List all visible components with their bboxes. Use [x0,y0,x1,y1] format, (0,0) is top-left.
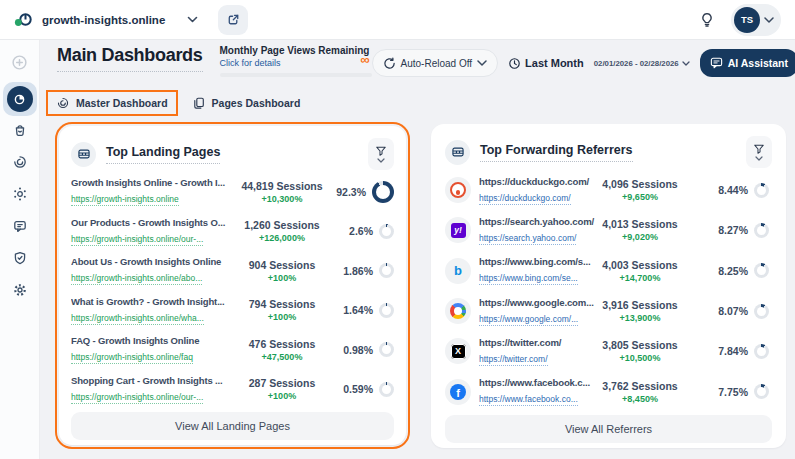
sidebar-item-chat[interactable] [4,212,36,240]
row-title[interactable]: https://twitter.com/ [479,337,599,348]
sidebar-item-security[interactable] [4,244,36,272]
site-name: growth-insights.online [42,14,165,26]
site-switcher[interactable]: growth-insights.online [14,11,198,29]
date-range-label: 02/01/2026 - 02/28/2026 [594,59,679,68]
period-selector[interactable]: Last Month [508,57,584,70]
row-url[interactable]: https://growth-insights.online/our-... [71,392,203,404]
row-title[interactable]: What is Growth? - Growth Insight... [71,296,234,307]
row-title[interactable]: About Us - Growth Insights Online [71,256,234,267]
tab-master-dashboard[interactable]: Master Dashboard [56,96,168,110]
progress-donut [379,303,394,318]
date-range[interactable]: 02/01/2026 - 02/28/2026 [594,59,690,68]
row-title[interactable]: https://search.yahoo.com/ [479,216,599,227]
progress-donut [754,183,769,198]
table-row: fhttps://www.facebook.c...https://www.fa… [445,372,772,412]
sidebar-item-store[interactable] [4,116,36,144]
sessions-value: 794 Sessions [234,298,330,310]
table-row: https://www.google.com...https://www.goo… [445,291,772,331]
percent-value: 8.07% [718,305,748,317]
row-url[interactable]: https://twitter.com/ [479,354,548,366]
twitter-x-icon: X [451,344,466,359]
row-title[interactable]: Our Products - Growth Insights O... [71,217,234,228]
row-url[interactable]: https://duckduckgo.com/ [479,193,571,205]
row-url[interactable]: https://www.bing.com/se... [479,273,578,285]
yahoo-icon: y! [451,223,466,238]
sidebar-item-add-dashboard[interactable] [4,48,36,76]
row-url[interactable]: https://growth-insights.online/faq [71,352,193,364]
table-icon [445,140,470,165]
table-row: About Us - Growth Insights Onlinehttps:/… [71,251,394,291]
filter-button[interactable] [746,136,772,168]
quota-label: Monthly Page Views Remaining [220,45,372,56]
sidebar-item-dashboards[interactable] [3,82,37,116]
facebook-icon: f [450,384,466,400]
row-url[interactable]: https://www.facebook.co... [479,394,578,406]
chevron-down-icon [187,16,198,23]
user-menu[interactable]: TS [731,4,781,36]
row-title[interactable]: Shopping Cart - Growth Insights ... [71,375,234,386]
ai-assistant-button[interactable]: AI Assistant [700,49,795,77]
row-title[interactable]: https://www.google.com... [479,297,599,308]
sidebar-item-gauge[interactable] [4,148,36,176]
period-label: Last Month [525,57,584,69]
row-url[interactable]: https://search.yahoo.com/ [479,233,576,245]
percent-value: 8.44% [718,184,748,196]
progress-donut [372,181,394,203]
auto-reload-dropdown[interactable]: Auto-Reload Off [372,49,499,77]
row-title[interactable]: FAQ - Growth Insights Online [71,335,234,346]
card-title: Top Forwarding Referrers [480,143,633,162]
row-url[interactable]: https://growth-insights.online [71,194,179,206]
sidebar-item-settings[interactable] [4,276,36,304]
chevron-down-icon [755,156,763,161]
row-title[interactable]: https://duckduckgo.com/ [479,176,599,187]
sessions-value: 476 Sessions [234,338,330,350]
quota-details-link[interactable]: Click for details [220,58,372,68]
pages-icon [192,96,206,110]
page-title: Main Dashboards [57,45,203,72]
infinity-symbol: ∞ [360,53,369,66]
sessions-value: 287 Sessions [234,377,330,389]
progress-donut [754,344,769,359]
sessions-value: 3,805 Sessions [599,339,681,351]
tab-pages-dashboard[interactable]: Pages Dashboard [192,96,301,110]
sessions-value: 4,096 Sessions [599,178,681,190]
percent-value: 8.25% [718,265,748,277]
percent-value: 92.3% [336,186,366,198]
table-row: What is Growth? - Growth Insight...https… [71,291,394,331]
table-row: FAQ - Growth Insights Onlinehttps://grow… [71,330,394,370]
table-row: Shopping Cart - Growth Insights ...https… [71,370,394,410]
percent-value: 0.98% [343,344,373,356]
sidebar-item-automation[interactable] [4,180,36,208]
favicon-badge: X [445,338,471,364]
row-url[interactable]: https://growth-insights.online/our-... [71,234,203,246]
view-all-referrers-button[interactable]: View All Referrers [445,415,772,443]
sessions-change: +14,700% [599,273,681,283]
percent-value: 0.59% [343,383,373,395]
lightbulb-icon[interactable] [699,11,715,28]
row-title[interactable]: Growth Insights Online - Growth I... [71,177,234,188]
row-title[interactable]: https://www.facebook.c... [479,377,599,388]
row-url[interactable]: https://growth-insights.online/abo... [71,273,202,285]
app-logo-icon [14,11,33,29]
gauge-icon [56,96,70,110]
filter-button[interactable] [368,138,394,170]
annotation-box-landing-card: Top Landing Pages Growth Insights Online… [55,122,410,449]
chevron-down-icon [477,60,487,66]
favicon-badge [445,298,471,324]
top-forwarding-referrers-card: Top Forwarding Referrers https://duckduc… [431,124,786,448]
row-title[interactable]: https://www.bing.com/s... [479,256,599,267]
row-url[interactable]: https://growth-insights.online/wha... [71,313,204,325]
progress-donut [379,263,394,278]
row-url[interactable]: https://www.google.com/... [479,314,578,326]
table-row: Xhttps://twitter.com/https://twitter.com… [445,331,772,371]
open-site-button[interactable] [218,5,248,35]
quota-widget[interactable]: Monthly Page Views Remaining Click for d… [220,45,372,77]
sessions-value: 4,013 Sessions [599,218,681,230]
annotation-box-master-dashboard: Master Dashboard [46,90,178,116]
progress-donut [754,263,769,278]
view-all-landing-pages-button[interactable]: View All Landing Pages [71,412,394,440]
progress-donut [379,382,394,397]
favicon-badge: f [445,379,471,405]
sessions-value: 44,819 Sessions [234,180,330,192]
tab-pages-label: Pages Dashboard [212,97,301,109]
